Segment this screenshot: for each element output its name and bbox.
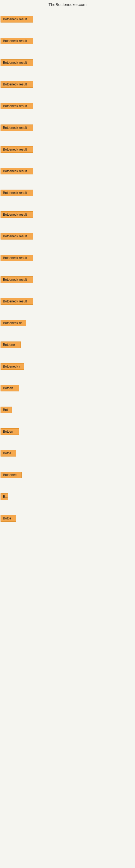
result-row: Bo bbox=[1, 493, 8, 501]
bottleneck-badge[interactable]: Bottleneck result bbox=[1, 59, 33, 66]
site-header: TheBottlenecker.com bbox=[0, 0, 135, 8]
bottleneck-badge[interactable]: Bottleneck result bbox=[1, 233, 33, 240]
page-wrapper: TheBottlenecker.com Bottleneck resultBot… bbox=[0, 0, 135, 868]
result-row: Bottlene bbox=[1, 341, 21, 349]
bottleneck-badge[interactable]: Bottleneck result bbox=[1, 298, 33, 305]
bottleneck-badge[interactable]: Bottleneck result bbox=[1, 255, 33, 261]
bottleneck-badge[interactable]: Bottlen bbox=[1, 385, 19, 392]
result-row: Bottlen bbox=[1, 428, 19, 436]
bottleneck-badge[interactable]: Bottleneck result bbox=[1, 103, 33, 109]
result-row: Bottleneck result bbox=[1, 233, 33, 241]
result-row: Bottleneck result bbox=[1, 298, 33, 306]
result-row: Bottleneck re bbox=[1, 320, 26, 328]
result-row: Bottleneck result bbox=[1, 103, 33, 111]
bottleneck-badge[interactable]: Bottleneck result bbox=[1, 168, 33, 175]
bottleneck-badge[interactable]: Bottlene bbox=[1, 341, 21, 348]
bottleneck-badge[interactable]: Bottleneck result bbox=[1, 211, 33, 218]
bottleneck-badge[interactable]: Bottleneck re bbox=[1, 320, 26, 326]
result-row: Bottleneck result bbox=[1, 124, 33, 132]
bottleneck-badge[interactable]: Bottleneck r bbox=[1, 363, 24, 370]
bottleneck-badge[interactable]: Bottleneck result bbox=[1, 146, 33, 153]
bottleneck-badge[interactable]: Bottle bbox=[1, 515, 16, 522]
bottleneck-badge[interactable]: Bottleneck result bbox=[1, 276, 33, 283]
result-row: Bottleneck result bbox=[1, 190, 33, 197]
bottleneck-badge[interactable]: Bot bbox=[1, 407, 12, 413]
result-row: Bottleneck result bbox=[1, 255, 33, 262]
result-row: Bottlenec bbox=[1, 472, 21, 479]
result-row: Bottlen bbox=[1, 385, 19, 393]
result-row: Bottleneck result bbox=[1, 211, 33, 219]
bottleneck-badge[interactable]: Bottleneck result bbox=[1, 38, 33, 44]
result-row: Bottleneck result bbox=[1, 16, 33, 24]
result-row: Bottleneck r bbox=[1, 363, 24, 371]
bottleneck-badge[interactable]: Bottlen bbox=[1, 428, 19, 435]
result-row: Bottleneck result bbox=[1, 146, 33, 154]
bottleneck-badge[interactable]: Bottleneck result bbox=[1, 190, 33, 196]
result-row: Bottleneck result bbox=[1, 276, 33, 284]
badges-container: Bottleneck resultBottleneck resultBottle… bbox=[0, 8, 135, 822]
result-row: Bottleneck result bbox=[1, 81, 33, 89]
bottleneck-badge[interactable]: Bottlenec bbox=[1, 472, 21, 478]
result-row: Bottle bbox=[1, 450, 16, 458]
bottleneck-badge[interactable]: Bo bbox=[1, 493, 8, 500]
bottleneck-badge[interactable]: Bottle bbox=[1, 450, 16, 457]
result-row: Bottleneck result bbox=[1, 59, 33, 67]
bottleneck-badge[interactable]: Bottleneck result bbox=[1, 16, 33, 23]
result-row: Bottleneck result bbox=[1, 38, 33, 45]
result-row: Bottle bbox=[1, 515, 16, 523]
bottleneck-badge[interactable]: Bottleneck result bbox=[1, 124, 33, 131]
bottleneck-badge[interactable]: Bottleneck result bbox=[1, 81, 33, 88]
site-title: TheBottlenecker.com bbox=[49, 2, 87, 7]
result-row: Bottleneck result bbox=[1, 168, 33, 176]
result-row: Bot bbox=[1, 407, 12, 414]
